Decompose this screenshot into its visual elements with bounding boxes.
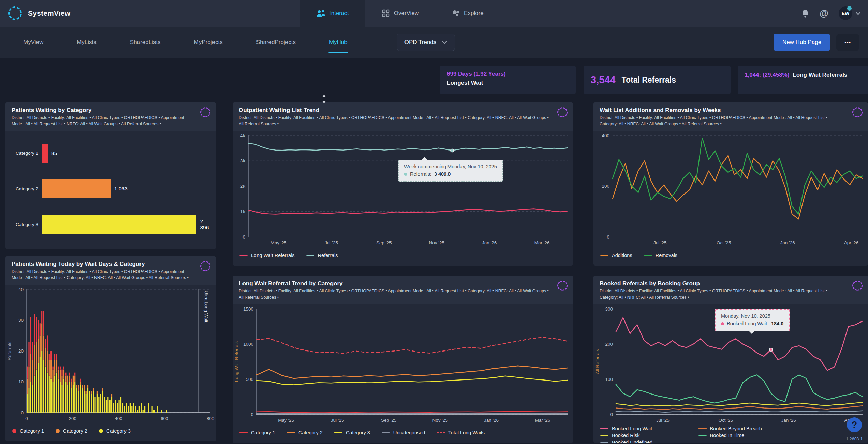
legend-item[interactable]: Category 2 bbox=[287, 430, 323, 435]
svg-text:1k: 1k bbox=[240, 209, 246, 214]
legend-item[interactable]: Booked Undefined bbox=[600, 440, 698, 443]
bar-chart-patients-waiting[interactable]: Category 185Category 21 063Category 32 3… bbox=[5, 131, 216, 249]
svg-text:Ultra Long Wait: Ultra Long Wait bbox=[204, 291, 209, 323]
legend-label: Booked In Time bbox=[710, 433, 745, 438]
bar-row[interactable]: Category 32 396 bbox=[5, 210, 210, 240]
panel-header: Booked Referrals by Booking Group Distri… bbox=[593, 276, 868, 304]
legend-item[interactable]: Uncategorised bbox=[382, 430, 425, 435]
legend-item[interactable]: Category 1 bbox=[12, 428, 44, 434]
svg-text:May '25: May '25 bbox=[270, 240, 286, 245]
legend-item[interactable]: Booked In Time bbox=[698, 433, 797, 438]
panel-filters: District: All Districts • Facility: All … bbox=[239, 288, 551, 301]
user-menu[interactable]: EW bbox=[839, 6, 860, 20]
svg-text:Jul '25: Jul '25 bbox=[656, 418, 670, 423]
bar[interactable] bbox=[42, 144, 48, 163]
legend-label: Uncategorised bbox=[393, 430, 425, 435]
legend-item[interactable]: Category 1 bbox=[239, 430, 275, 435]
tab-overview[interactable]: OverView bbox=[365, 0, 435, 27]
legend-item[interactable]: Long Wait Referrals bbox=[239, 253, 295, 258]
legend-item[interactable]: Additions bbox=[600, 253, 632, 258]
svg-text:Nov '25: Nov '25 bbox=[432, 418, 447, 423]
panel-header: Patients Waiting by Category District: A… bbox=[5, 102, 216, 131]
svg-text:Jan '26: Jan '26 bbox=[780, 240, 795, 245]
loading-spinner-icon bbox=[200, 260, 211, 272]
kpi-label: Long Wait Referrals bbox=[793, 72, 847, 78]
svg-text:May '25: May '25 bbox=[278, 418, 294, 423]
panel-title: Long Wait Referral Trend by Category bbox=[239, 280, 551, 287]
tooltip-title: Week commencing Monday, Nov 10, 2025 bbox=[404, 163, 497, 171]
svg-text:Jul '25: Jul '25 bbox=[331, 418, 344, 423]
panel-header: Outpatient Waiting List Trend District: … bbox=[233, 102, 573, 131]
legend-item[interactable]: Category 3 bbox=[334, 430, 370, 435]
dropdown-label: OPD Trends bbox=[404, 39, 437, 46]
panel-waitlist-additions-removals: Wait List Additions and Removals by Week… bbox=[593, 102, 868, 266]
legend-item[interactable]: Category 2 bbox=[56, 428, 87, 434]
bar-label: Category 3 bbox=[5, 222, 42, 227]
kpi-value: 699 Days (1.92 Years) bbox=[447, 71, 569, 77]
line-chart-outpatient-trend[interactable]: 01k2k3k4kMay '25Jul '25Sep '25Nov '25Jan… bbox=[233, 131, 573, 248]
tab-label: OverView bbox=[394, 10, 419, 17]
bar-label: Category 2 bbox=[5, 186, 42, 191]
notifications-bell-icon[interactable] bbox=[801, 9, 809, 18]
bar-value: 2 396 bbox=[200, 218, 210, 231]
legend-item[interactable]: Category 3 bbox=[99, 428, 131, 434]
legend-item[interactable]: Removals bbox=[644, 253, 677, 258]
panel-title: Wait List Additions and Removals by Week… bbox=[600, 107, 846, 114]
line-chart-additions-removals[interactable]: 0200400Jul '25Oct '25Jan '26Apr '26 bbox=[593, 131, 868, 248]
loading-spinner-icon bbox=[557, 280, 569, 292]
hub-actions: New Hub Page ••• bbox=[774, 34, 868, 51]
svg-text:Jan '26: Jan '26 bbox=[484, 418, 499, 423]
panel-title: Outpatient Waiting List Trend bbox=[239, 107, 551, 114]
panel-outpatient-waiting-list-trend: Outpatient Waiting List Trend District: … bbox=[233, 102, 573, 266]
panel-title: Patients Waiting by Category bbox=[12, 107, 194, 114]
svg-text:600: 600 bbox=[161, 416, 168, 421]
nav-item-myhub[interactable]: MyHub bbox=[329, 39, 348, 46]
legend-item[interactable]: Referrals bbox=[306, 253, 338, 258]
panel-patients-waiting-by-category: Patients Waiting by Category District: A… bbox=[5, 102, 216, 249]
chart-legend: AdditionsRemovals bbox=[593, 248, 868, 266]
panel-header: Patients Waiting Today by Wait Days & Ca… bbox=[5, 256, 216, 285]
histogram-wait-days[interactable]: 0102030400200400600800ReferralsUltra Lon… bbox=[5, 285, 216, 424]
svg-text:Jan '26: Jan '26 bbox=[781, 418, 796, 423]
chevron-down-icon bbox=[856, 10, 860, 16]
legend-label: Booked Risk bbox=[612, 433, 639, 438]
svg-text:Oct '25: Oct '25 bbox=[719, 418, 733, 423]
tab-explore[interactable]: Explore bbox=[435, 0, 500, 27]
app-title: SystemView bbox=[28, 9, 70, 17]
nav-item-myprojects[interactable]: MyProjects bbox=[194, 39, 223, 46]
legend-item[interactable]: Booked Beyond Breach bbox=[698, 426, 797, 431]
bar-row[interactable]: Category 185 bbox=[5, 138, 210, 168]
legend-label: Category 1 bbox=[251, 430, 275, 435]
legend-item[interactable]: Booked Long Wait bbox=[600, 426, 698, 431]
bar-row[interactable]: Category 21 063 bbox=[5, 174, 210, 204]
new-hub-page-button[interactable]: New Hub Page bbox=[774, 34, 830, 51]
legend-item[interactable]: Booked Risk bbox=[600, 433, 698, 438]
kpi-long-wait-referrals: 1,044: (29.458%)Long Wait Referrals bbox=[738, 66, 868, 94]
status-dot bbox=[847, 5, 852, 11]
svg-text:3k: 3k bbox=[240, 158, 246, 163]
mention-at-icon[interactable]: @ bbox=[820, 8, 828, 19]
kpi-total-referrals: 3,544 Total Referrals bbox=[584, 66, 731, 94]
loading-spinner-icon bbox=[557, 106, 569, 118]
line-chart-long-wait-trend[interactable]: 050010001500May '25Jul '25Sep '25Nov '25… bbox=[233, 304, 573, 426]
kpi-longest-wait: 699 Days (1.92 Years) Longest Wait bbox=[440, 66, 576, 94]
series-dot bbox=[721, 322, 724, 325]
nav-item-sharedlists[interactable]: SharedLists bbox=[130, 39, 161, 46]
bar[interactable] bbox=[42, 215, 196, 234]
svg-text:20: 20 bbox=[18, 348, 24, 354]
nav-item-myview[interactable]: MyView bbox=[23, 39, 43, 46]
bar[interactable] bbox=[42, 179, 111, 198]
hub-page-dropdown[interactable]: OPD Trends bbox=[397, 34, 455, 51]
tooltip-series-label: Referrals: bbox=[410, 171, 431, 178]
help-button[interactable]: ? bbox=[847, 417, 862, 432]
legend-label: Category 1 bbox=[20, 428, 44, 434]
svg-text:0: 0 bbox=[25, 416, 28, 421]
nav-item-mylists[interactable]: MyLists bbox=[77, 39, 97, 46]
legend-item[interactable]: Total Long Waits bbox=[437, 430, 485, 435]
svg-text:10: 10 bbox=[18, 379, 24, 384]
svg-text:Sep '25: Sep '25 bbox=[376, 240, 392, 245]
nav-item-sharedprojects[interactable]: SharedProjects bbox=[256, 39, 296, 46]
brand[interactable]: SystemView bbox=[0, 6, 70, 20]
tab-interact[interactable]: Interact bbox=[300, 0, 365, 27]
more-options-button[interactable]: ••• bbox=[836, 34, 859, 51]
